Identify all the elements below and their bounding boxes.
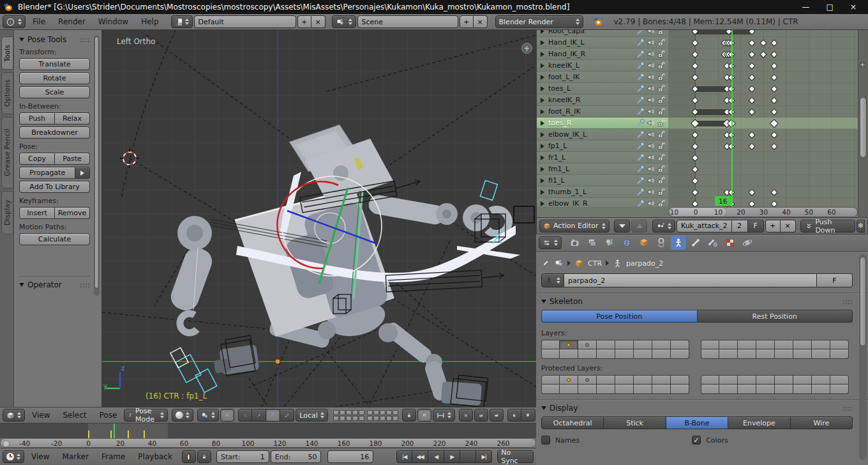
paste-pose-button-header[interactable] bbox=[521, 409, 535, 422]
mute-speaker-icon[interactable] bbox=[647, 142, 655, 150]
mute-speaker-icon[interactable] bbox=[647, 188, 655, 196]
keyframe-row[interactable] bbox=[668, 30, 858, 37]
keyframe-row[interactable] bbox=[668, 83, 858, 95]
keyframe-diamond[interactable] bbox=[771, 109, 778, 116]
dopesheet-channel-row[interactable]: elbow_IK_L bbox=[537, 129, 668, 141]
layer-cell[interactable] bbox=[615, 375, 634, 385]
operator-panel-header[interactable]: Operator bbox=[19, 276, 90, 289]
tab-grease-pencil[interactable]: Grease Pencil bbox=[1, 117, 13, 188]
layer-cell[interactable] bbox=[738, 340, 756, 349]
layer-cell[interactable] bbox=[830, 385, 849, 394]
properties-scrollbar[interactable] bbox=[859, 254, 867, 460]
dopesheet-channel-row[interactable]: Hand_IK_L bbox=[537, 37, 668, 49]
layer-cell[interactable] bbox=[701, 375, 719, 385]
manipulate-center-points-toggle[interactable] bbox=[220, 409, 234, 422]
tab-bone[interactable] bbox=[688, 236, 703, 250]
layer-cell[interactable] bbox=[652, 385, 671, 394]
expand-channel-icon[interactable] bbox=[541, 86, 544, 91]
mute-speaker-icon[interactable] bbox=[647, 130, 655, 139]
proportional-snap-target-button[interactable] bbox=[459, 409, 473, 422]
tab-options[interactable]: Options bbox=[1, 72, 13, 114]
jump-to-end-button[interactable]: ▶| bbox=[476, 450, 492, 463]
rest-position-button[interactable]: Rest Position bbox=[698, 310, 853, 323]
lock-channel-icon[interactable] bbox=[657, 176, 666, 185]
expand-channel-icon[interactable] bbox=[541, 30, 544, 34]
dopesheet-channel-row[interactable]: kneeIK_R bbox=[537, 95, 668, 106]
names-checkbox[interactable] bbox=[541, 436, 550, 445]
armature-name-field[interactable]: parpado_2 bbox=[564, 273, 817, 287]
layer-cell[interactable] bbox=[738, 349, 756, 359]
expand-channel-icon[interactable] bbox=[541, 132, 544, 137]
keyframe-diamond[interactable] bbox=[748, 86, 755, 93]
layer-cell[interactable] bbox=[775, 385, 793, 394]
menu-help[interactable]: Help bbox=[135, 17, 164, 26]
layer-cell[interactable] bbox=[578, 349, 597, 359]
layer-cell[interactable] bbox=[830, 349, 849, 359]
keyframe-diamond[interactable] bbox=[748, 40, 755, 47]
action-name-field[interactable]: Kuk_attack_2 bbox=[677, 220, 732, 232]
pivot-center-selector[interactable] bbox=[197, 409, 219, 422]
keyframe-diamond[interactable] bbox=[760, 40, 767, 47]
expand-channel-icon[interactable] bbox=[541, 109, 544, 114]
lock-channel-icon[interactable] bbox=[657, 61, 666, 70]
keyframe-diamond[interactable] bbox=[692, 178, 699, 185]
keyframe-diamond[interactable] bbox=[692, 155, 699, 162]
layer-cell[interactable] bbox=[830, 375, 849, 385]
display-type-octahedral[interactable]: Octahedral bbox=[541, 416, 604, 429]
armature-layers-grid[interactable] bbox=[333, 410, 398, 421]
keyframe-diamond[interactable] bbox=[692, 63, 699, 70]
editor-type-selector-props[interactable] bbox=[539, 236, 562, 249]
dopesheet-ruler[interactable]: -100102030405060 bbox=[668, 207, 858, 217]
expand-channel-icon[interactable] bbox=[541, 63, 544, 68]
auto-keyframe-toggle[interactable] bbox=[182, 450, 196, 463]
keyframe-diamond[interactable] bbox=[770, 119, 779, 127]
modifiers-wrench-icon[interactable] bbox=[636, 50, 645, 58]
layer-cell[interactable] bbox=[671, 385, 689, 394]
modifiers-wrench-icon[interactable] bbox=[636, 142, 645, 150]
tab-display[interactable]: Display bbox=[1, 191, 13, 234]
keyframe-diamond[interactable] bbox=[748, 109, 755, 116]
layer-cell[interactable] bbox=[775, 340, 793, 349]
layer-cell[interactable] bbox=[830, 340, 849, 349]
snap-element-selector[interactable] bbox=[433, 409, 455, 422]
layer-cell[interactable] bbox=[652, 349, 671, 359]
keyframe-row[interactable] bbox=[668, 37, 858, 49]
dopesheet-channel-row[interactable]: fr1_L bbox=[537, 152, 668, 164]
expand-channel-icon[interactable] bbox=[541, 190, 544, 195]
lock-channel-icon[interactable] bbox=[657, 84, 666, 93]
mute-speaker-icon[interactable] bbox=[647, 165, 655, 173]
layer-cell[interactable] bbox=[793, 349, 812, 359]
copy-pose-button[interactable]: Copy bbox=[19, 153, 55, 165]
layer-cell[interactable] bbox=[634, 375, 652, 385]
dopesheet-channel-row[interactable]: Hand_IK_R bbox=[537, 49, 668, 60]
lock-channel-icon[interactable] bbox=[657, 199, 666, 207]
snap-toggle[interactable] bbox=[417, 409, 431, 422]
lock-channel-icon[interactable] bbox=[657, 153, 666, 162]
summary-collapse-button[interactable] bbox=[614, 220, 630, 232]
tab-physics[interactable] bbox=[740, 236, 755, 250]
keyframe-row[interactable] bbox=[668, 152, 858, 164]
layer-cell[interactable] bbox=[652, 375, 671, 385]
editor-mode-selector[interactable]: Action Editor bbox=[539, 220, 610, 232]
lock-channel-icon[interactable] bbox=[657, 38, 666, 47]
dopesheet-channel-row[interactable]: kneeIK_L bbox=[537, 60, 668, 72]
layer-cell[interactable] bbox=[541, 375, 560, 385]
new-action-button[interactable]: + bbox=[765, 220, 781, 232]
keyframe-diamond[interactable] bbox=[692, 201, 699, 207]
action-users-count[interactable]: 2 bbox=[732, 220, 748, 232]
keyframe-diamond[interactable] bbox=[692, 132, 699, 139]
layer-cell[interactable] bbox=[775, 375, 793, 385]
layer-cell[interactable] bbox=[812, 349, 830, 359]
modifiers-wrench-icon[interactable] bbox=[636, 30, 645, 35]
breadcrumb-data-name[interactable]: parpado_2 bbox=[626, 259, 663, 268]
layer-cell[interactable] bbox=[634, 340, 652, 349]
jump-prev-keyframe-button[interactable]: ◀◀ bbox=[412, 450, 428, 463]
tab-scene[interactable] bbox=[602, 236, 617, 250]
mute-speaker-icon[interactable] bbox=[647, 119, 655, 127]
delete-scene-button[interactable]: × bbox=[474, 15, 488, 28]
keyframe-diamond[interactable] bbox=[692, 143, 699, 150]
dopesheet-expand-button[interactable]: + bbox=[858, 61, 867, 69]
menu-pose[interactable]: Pose bbox=[94, 411, 123, 420]
lock-channel-icon[interactable] bbox=[657, 96, 666, 104]
pin-icon[interactable] bbox=[541, 259, 550, 268]
